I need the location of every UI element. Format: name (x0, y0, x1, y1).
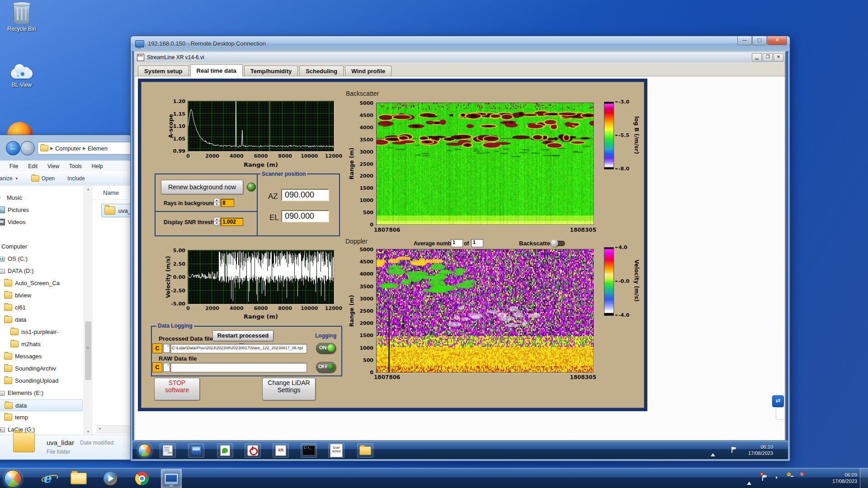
tree-item-soundingarchiv[interactable]: SoundingArchiv (0, 363, 83, 374)
menu-file[interactable]: File (9, 163, 18, 169)
remote-tray-expand-icon[interactable] (711, 448, 715, 453)
breadcrumb-computer[interactable]: Computer (55, 145, 81, 152)
tree-item-blview[interactable]: blview (0, 290, 83, 300)
recycle-bin-shortcut[interactable]: Recycle Bin (5, 4, 38, 32)
stop-software-button[interactable]: STOPsoftware (154, 378, 200, 400)
remote-taskbar-scan-scheduler-icon[interactable]: Scan sched (328, 443, 344, 458)
taskbar-explorer-icon[interactable] (69, 469, 89, 488)
teamviewer-icon[interactable]: ⇄ (772, 395, 784, 407)
snr-value-field[interactable]: 1.002 (221, 218, 243, 226)
tree-item-elements-e-[interactable]: Elements (E:) (0, 387, 83, 398)
remote-taskbar-green-app-icon[interactable] (217, 443, 233, 458)
tree-item-auto-screen-ca[interactable]: Auto_Screen_Ca (0, 277, 83, 288)
rays-label: Rays in background (164, 200, 216, 206)
scroll-down-icon[interactable]: ▼ (86, 430, 90, 434)
scrollbar-thumb[interactable] (85, 321, 91, 380)
remote-taskbar-power-icon[interactable] (245, 443, 261, 458)
menu-view[interactable]: View (47, 163, 59, 169)
back-button[interactable]: ← (6, 141, 20, 155)
system-clock[interactable]: 06:09 17/08/2023 (817, 472, 857, 484)
raw-drive-badge[interactable]: C (152, 362, 162, 372)
forward-button[interactable]: → (20, 141, 35, 155)
remote-taskbar-xr-app-icon[interactable]: XR (273, 443, 289, 458)
rays-value-field[interactable]: 8 (221, 199, 234, 207)
tray-expand-icon[interactable] (747, 476, 751, 482)
tree-item-videos[interactable]: Videos (0, 216, 83, 227)
processed-path-field[interactable]: C:\Lidar\Data\Proc\2023\202308\20230817\… (170, 344, 307, 353)
tree-item-data[interactable]: data (0, 399, 83, 411)
breadcrumb[interactable]: ▶ Computer ▶ Elemen (38, 142, 131, 155)
tree-item-music[interactable]: Music (0, 192, 83, 203)
remote-clock[interactable]: 06:10 17/08/2023 (728, 444, 773, 456)
tab-temp-humidity[interactable]: Temp/humidity (244, 66, 298, 76)
remote-start-button[interactable] (138, 444, 151, 457)
maximize-button[interactable]: ▢ (752, 36, 767, 45)
a-scope-plot[interactable] (188, 101, 334, 151)
taskbar-media-player-icon[interactable] (100, 469, 120, 488)
tree-item-pictures[interactable]: Pictures (0, 204, 83, 215)
file-item-uva-lidar[interactable]: uva_ (101, 204, 132, 217)
remote-taskbar-journal-icon[interactable] (160, 443, 176, 458)
tab-real-time-data[interactable]: Real time data (190, 64, 243, 76)
tree-item-lacie-g-[interactable]: LaCie (G:) (0, 424, 83, 435)
tree-item-soundingupload[interactable]: SoundingUpload (0, 375, 83, 386)
vi-restore-button[interactable]: ❐ (763, 53, 773, 61)
az-value-field[interactable]: 090.000 (281, 189, 329, 201)
tree-item-os-c-[interactable]: OS (C:) (0, 253, 83, 264)
raw-path-field[interactable] (170, 363, 307, 372)
backscatter-toggle[interactable] (552, 241, 565, 246)
tree-item-data[interactable]: data (0, 314, 83, 325)
remote-taskbar-display-icon[interactable] (188, 443, 204, 458)
processed-drive-badge[interactable]: C (152, 343, 162, 353)
average-of-field[interactable]: 1 (471, 239, 483, 247)
organize-button[interactable]: Organize▼ (0, 175, 19, 182)
taskbar-rdp-icon-active[interactable] (161, 469, 182, 488)
processed-logging-switch[interactable]: ON (316, 343, 336, 354)
start-button[interactable] (4, 470, 22, 488)
taskbar-ie-icon[interactable]: e (37, 469, 57, 488)
column-header-name[interactable]: Name (103, 189, 119, 196)
teamviewer-panel-tab[interactable] (776, 407, 784, 420)
velocity-plot[interactable] (188, 250, 334, 304)
raw-logging-switch[interactable]: OFF (316, 362, 336, 373)
restart-processed-button[interactable]: Restart processed file (212, 330, 274, 341)
close-button[interactable]: ✕ (767, 36, 787, 45)
el-value-field[interactable]: 090.000 (281, 210, 329, 222)
taskbar-chrome-icon[interactable] (132, 469, 152, 488)
breadcrumb-elements[interactable]: Elemen (88, 145, 108, 152)
remote-taskbar-folder-icon[interactable] (357, 443, 373, 458)
tree-item-data-d-[interactable]: DATA (D:) (0, 265, 83, 276)
remote-taskbar-terminal-icon[interactable]: C:\_ (301, 443, 317, 458)
rdp-title-bar[interactable]: 192.168.0.150 - Remote Desktop Connectio… (131, 36, 790, 52)
tab-wind-profile[interactable]: Wind profile (345, 66, 392, 76)
tree-item-cl61[interactable]: cl61 (0, 302, 83, 313)
vi-close-button[interactable]: ✕ (774, 53, 783, 61)
menu-edit[interactable]: Edit (28, 163, 38, 169)
show-desktop-button[interactable] (860, 468, 868, 488)
tree-scrollbar[interactable]: ▲ ▼ (84, 186, 93, 435)
horizontal-scrollbar[interactable] (97, 425, 134, 433)
backscatter-heatmap[interactable] (377, 103, 594, 225)
tree-item-computer[interactable]: Computer (0, 241, 83, 252)
include-button[interactable]: Include (67, 175, 85, 182)
tree-item-messages[interactable]: Messages (0, 351, 83, 361)
tab-system-setup[interactable]: System setup (138, 66, 189, 76)
change-lidar-settings-button[interactable]: Change LiDARSettings (262, 378, 316, 400)
doppler-heatmap[interactable] (377, 249, 594, 372)
tree-item-iss1-purpleair-[interactable]: iss1-purpleair- (0, 326, 83, 337)
minimize-button[interactable]: — (737, 36, 752, 45)
vi-title-bar[interactable]: StreamLine XR v14-6.vi ▁ ❐ ✕ (135, 52, 785, 63)
tree-item-temp[interactable]: temp (0, 412, 83, 422)
menu-help[interactable]: Help (92, 163, 103, 169)
vi-minimize-button[interactable]: ▁ (752, 53, 762, 61)
tree-item-m2hats[interactable]: m2hats (0, 338, 83, 349)
blview-shortcut[interactable]: BL-View (5, 63, 38, 88)
average-number-field[interactable]: 1 (451, 239, 463, 247)
open-button[interactable]: Open (31, 175, 55, 182)
scroll-up-icon[interactable]: ▲ (86, 187, 90, 191)
rays-spinner[interactable]: ▲▼ (213, 198, 219, 207)
snr-spinner[interactable]: ▲▼ (213, 217, 219, 226)
renew-background-button[interactable]: Renew background now (161, 180, 243, 194)
menu-tools[interactable]: Tools (69, 163, 82, 169)
tab-scheduling[interactable]: Scheduling (299, 66, 344, 76)
